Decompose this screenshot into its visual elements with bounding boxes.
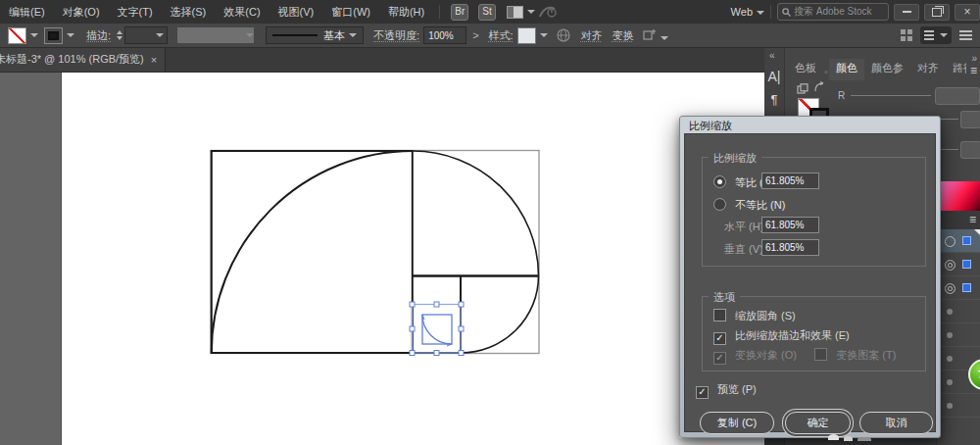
red-channel-slider[interactable] — [851, 95, 931, 96]
layer-row[interactable] — [937, 300, 980, 323]
arrange-grid-icon[interactable] — [901, 29, 912, 41]
opacity-more-arrow[interactable]: > — [472, 29, 478, 41]
minimize-button[interactable] — [894, 4, 919, 21]
menu-object[interactable]: 对象(O) — [54, 0, 109, 24]
chevron-down-icon — [661, 36, 668, 40]
target-dot-icon[interactable] — [947, 309, 953, 315]
horizontal-scale-input[interactable] — [761, 217, 819, 233]
stroke-weight-stepper[interactable] — [117, 30, 122, 40]
arrange-documents-button[interactable] — [920, 26, 952, 44]
selection-color-square[interactable] — [962, 236, 971, 245]
menu-type[interactable]: 文字(T) — [109, 0, 162, 24]
scale-dialog[interactable]: 比例缩放 比例缩放 等比 (U): 不等比 (N) 水平 (H): 垂直 (V)… — [679, 116, 941, 438]
stroke-color-control[interactable] — [44, 27, 74, 44]
menu-help[interactable]: 帮助(H) — [379, 0, 433, 24]
list-menu-icon[interactable] — [959, 30, 972, 40]
scale-group: 比例缩放 等比 (U): 不等比 (N) 水平 (H): 垂直 (V): — [702, 157, 926, 267]
layer-row[interactable] — [937, 323, 980, 347]
uniform-radio[interactable] — [713, 175, 726, 188]
selection-color-square[interactable] — [962, 260, 971, 269]
transform-button[interactable]: 变换 — [612, 28, 634, 43]
uniform-scale-input[interactable] — [761, 173, 819, 189]
opacity-label[interactable]: 不透明度: — [373, 28, 419, 43]
layer-row[interactable] — [937, 276, 980, 300]
selection-handles — [410, 302, 464, 356]
stock-search-input[interactable]: 搜索 Adobe Stock — [777, 3, 889, 21]
target-dot-icon[interactable] — [947, 403, 953, 409]
tab-pathfinder[interactable]: 路径查 — [946, 59, 966, 80]
layer-row[interactable] — [937, 253, 980, 276]
vertical-scale-input[interactable] — [761, 239, 819, 256]
workspace-switcher-button[interactable] — [507, 5, 535, 19]
target-circle-icon[interactable] — [945, 283, 956, 294]
layers-panel-header: ≡ — [936, 211, 980, 230]
color-spectrum-bar[interactable] — [939, 181, 980, 211]
selection-color-square[interactable] — [962, 283, 971, 292]
transform-reference-control[interactable] — [642, 28, 668, 43]
ok-button[interactable]: 确定 — [785, 412, 851, 434]
document-title: 未标题-3* @ 101% (RGB/预览) — [0, 52, 144, 67]
red-channel-input[interactable] — [935, 87, 980, 105]
blue-channel-slider[interactable] — [939, 149, 958, 150]
collapse-dock-left-icon[interactable]: « — [769, 50, 774, 61]
tab-color[interactable]: 颜色 — [829, 59, 864, 80]
golden-spiral-artwork[interactable] — [0, 72, 764, 445]
document-tab[interactable]: 未标题-3* @ 101% (RGB/预览) × — [0, 47, 166, 72]
fill-color-control[interactable] — [8, 27, 38, 44]
variable-width-profile-dropdown[interactable]: 基本 — [266, 26, 364, 44]
transform-objects-label: 变换对象 (O) — [735, 349, 797, 361]
brush-definition-dropdown — [177, 27, 254, 43]
menu-view[interactable]: 视图(V) — [270, 0, 323, 24]
paragraph-panel-icon[interactable]: ¶ — [764, 92, 784, 107]
layer-row-selected[interactable] — [937, 229, 980, 253]
selected-arc-preview — [422, 315, 452, 344]
cancel-button[interactable]: 取消 — [859, 412, 933, 434]
target-circle-icon[interactable] — [945, 236, 956, 247]
preview-checkbox[interactable]: ✓ — [696, 386, 709, 399]
layer-row[interactable] — [937, 394, 980, 418]
bridge-button[interactable]: Br — [451, 4, 468, 21]
character-panel-icon[interactable]: A| — [764, 69, 784, 84]
duplicate-icon[interactable] — [797, 83, 808, 95]
style-label[interactable]: 样式: — [489, 28, 514, 43]
canvas-pasteboard[interactable] — [0, 72, 764, 445]
close-tab-icon[interactable]: × — [151, 54, 157, 66]
menu-window[interactable]: 窗口(W) — [322, 0, 379, 24]
green-channel-input[interactable] — [960, 111, 980, 128]
menu-effect[interactable]: 效果(C) — [215, 0, 269, 24]
divider — [439, 5, 440, 19]
share-icon[interactable] — [539, 4, 557, 20]
tab-swatches[interactable]: 色板 — [788, 59, 823, 80]
workspace-dropdown[interactable]: Web — [731, 6, 764, 18]
document-setup-globe-icon[interactable] — [556, 27, 571, 43]
style-swatch-dropdown[interactable] — [517, 27, 548, 44]
blue-channel-input[interactable] — [960, 141, 980, 159]
tab-color-guide[interactable]: 颜色参 — [864, 59, 910, 80]
layers-menu-icon[interactable]: ≡ — [969, 213, 976, 226]
target-dot-icon[interactable] — [947, 332, 953, 338]
green-channel-slider[interactable] — [939, 119, 958, 120]
stroke-weight-dropdown[interactable] — [124, 26, 168, 44]
tab-align[interactable]: 对齐 — [910, 59, 946, 80]
panel-menu-icon[interactable]: ≡ — [970, 64, 977, 77]
target-dot-icon[interactable] — [947, 379, 953, 385]
menu-edit[interactable]: 编辑(E) — [0, 0, 54, 24]
nonuniform-scale-row: 不等比 (N) — [713, 198, 785, 213]
scale-strokes-checkbox[interactable]: ✓ — [713, 332, 726, 345]
target-dot-icon[interactable] — [947, 356, 953, 362]
copy-button[interactable]: 复制 (C) — [700, 412, 774, 434]
menu-select[interactable]: 选择(S) — [162, 0, 216, 24]
scale-corners-checkbox[interactable] — [713, 309, 726, 321]
stock-button[interactable]: St — [478, 4, 495, 21]
nonuniform-radio[interactable] — [713, 198, 726, 211]
collapse-dock-right-icon[interactable]: » — [971, 53, 976, 64]
golden-rectangle-bounds — [211, 151, 539, 354]
preview-row: ✓ 预览 (P) — [696, 382, 757, 399]
opacity-input[interactable]: 100% — [423, 26, 466, 44]
stroke-weight-label[interactable]: 描边: — [86, 28, 111, 43]
align-button[interactable]: 对齐 — [581, 28, 603, 43]
restore-button[interactable] — [924, 4, 950, 21]
close-button[interactable]: × — [955, 4, 980, 21]
swap-fill-stroke-icon[interactable] — [813, 81, 826, 94]
target-circle-icon[interactable] — [945, 260, 956, 271]
